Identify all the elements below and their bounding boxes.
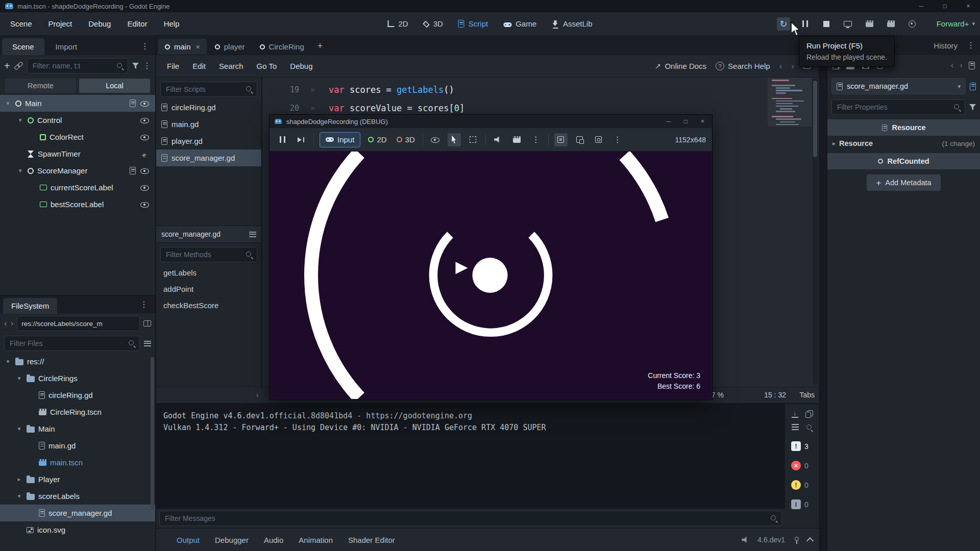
- script-menu-file[interactable]: File: [161, 59, 185, 73]
- dock-menu-icon[interactable]: ⋮: [140, 300, 152, 309]
- fs-row-circlerings[interactable]: ▾CircleRings: [0, 370, 155, 387]
- embed-game-button[interactable]: [554, 133, 568, 146]
- file-filter-input[interactable]: [4, 336, 140, 351]
- category-refcounted[interactable]: RefCounted: [827, 153, 980, 169]
- collapse-icon[interactable]: ▾: [15, 493, 23, 499]
- tab-scene[interactable]: Scene: [2, 38, 44, 55]
- muted-speaker-icon[interactable]: [742, 537, 749, 543]
- tab-shader-editor[interactable]: Shader Editor: [348, 536, 395, 544]
- code-minimap[interactable]: [772, 80, 807, 127]
- maximize-icon[interactable]: □: [684, 118, 688, 125]
- embed-options-button[interactable]: ⋮: [611, 133, 624, 146]
- scene-tree-menu-icon[interactable]: ⋮: [143, 62, 151, 70]
- close-button[interactable]: ×: [957, 0, 980, 12]
- mute-game-button[interactable]: [492, 133, 505, 146]
- camera-3d-button[interactable]: 3D: [395, 135, 417, 144]
- instantiate-scene-button[interactable]: [14, 62, 23, 70]
- visibility-icon[interactable]: [140, 116, 149, 124]
- scene-filter-input[interactable]: [27, 58, 128, 73]
- menu-debug[interactable]: Debug: [82, 16, 117, 31]
- tree-row-spawntimer[interactable]: SpawnTimer: [0, 145, 155, 162]
- visibility-icon[interactable]: [140, 99, 149, 107]
- game-debug-window[interactable]: shapdeDodgeRecording (DEBUG) ─ □ × Input…: [269, 114, 713, 400]
- local-tab[interactable]: Local: [79, 79, 150, 93]
- split-view-icon[interactable]: [143, 320, 151, 327]
- fs-row-scorelabels-folder[interactable]: ▾scoreLabels: [0, 488, 155, 505]
- history-back-icon[interactable]: ‹: [4, 318, 7, 329]
- game-viewport[interactable]: Current Score: 3 Best Score: 6: [270, 152, 712, 399]
- camera-2d-button[interactable]: 2D: [366, 135, 388, 144]
- tree-row-colorrect[interactable]: ColorRect: [0, 129, 155, 145]
- edited-resource-selector[interactable]: score_manager.gd ▾: [831, 78, 966, 94]
- add-node-button[interactable]: +: [4, 61, 10, 71]
- fs-row-main-folder[interactable]: ▾Main: [0, 420, 155, 437]
- dock-menu-icon[interactable]: ⋮: [141, 41, 153, 55]
- script-menu-edit[interactable]: Edit: [187, 59, 211, 73]
- dock-splitter[interactable]: [819, 36, 826, 551]
- fs-row-circlering-gd[interactable]: circleRing.gd: [0, 387, 155, 404]
- renderer-selector[interactable]: Forward+▾: [937, 19, 975, 28]
- code-scrollbar[interactable]: [813, 79, 818, 385]
- collapse-icon[interactable]: ▾: [16, 167, 24, 174]
- signal-connections-icon[interactable]: [140, 149, 149, 158]
- method-item-getlabels[interactable]: getLabels: [156, 264, 261, 281]
- tree-row-currentscorelabel[interactable]: currentScoreLabel: [0, 179, 155, 196]
- menu-editor[interactable]: Editor: [121, 16, 153, 31]
- tab-output[interactable]: Output: [177, 536, 200, 544]
- save-output-icon[interactable]: [792, 410, 798, 418]
- warning-messages-filter[interactable]: ! 0: [786, 480, 819, 490]
- close-tab-icon[interactable]: ×: [196, 43, 200, 51]
- workspace-assetlib[interactable]: AssetLib: [552, 19, 593, 28]
- visibility-icon[interactable]: [140, 133, 149, 141]
- menu-scene[interactable]: Scene: [4, 16, 38, 31]
- script-item-circlering[interactable]: circleRing.gd: [156, 99, 261, 116]
- maximize-button[interactable]: □: [933, 0, 957, 12]
- script-back-icon[interactable]: ‹: [779, 61, 782, 71]
- dock-menu-icon[interactable]: ⋮: [967, 41, 975, 49]
- all-messages-filter[interactable]: ! 3: [786, 441, 819, 451]
- tree-row-control[interactable]: ▾ Control: [0, 112, 155, 129]
- zoom-indicator[interactable]: 7 %: [712, 391, 724, 399]
- open-docs-icon[interactable]: [970, 83, 976, 90]
- visibility-icon[interactable]: [140, 184, 149, 191]
- select-rect-button[interactable]: [467, 133, 480, 146]
- next-frame-button[interactable]: [295, 133, 308, 146]
- scene-tab-player[interactable]: player: [208, 39, 252, 55]
- script-item-main[interactable]: main.gd: [156, 116, 261, 133]
- game-menu-button[interactable]: ⋮: [529, 133, 543, 146]
- run-project-button[interactable]: ↻: [777, 17, 790, 31]
- keep-aspect-button[interactable]: [573, 133, 586, 146]
- input-mode-button[interactable]: Input: [320, 132, 360, 147]
- sort-methods-icon[interactable]: [249, 232, 256, 237]
- collapse-icon[interactable]: ▾: [4, 100, 12, 107]
- screenshot-button[interactable]: [510, 133, 524, 146]
- object-history-icon[interactable]: [969, 62, 975, 69]
- collapse-duplicates-icon[interactable]: [792, 424, 799, 430]
- run-current-scene-button[interactable]: [863, 17, 876, 31]
- output-console[interactable]: Godot Engine v4.6.dev1.official.8d8041bd…: [156, 404, 785, 509]
- section-resource[interactable]: ▸ Resource (1 change): [827, 136, 980, 151]
- script-menu-search[interactable]: Search: [213, 59, 249, 73]
- tab-animation[interactable]: Animation: [299, 536, 333, 544]
- menu-help[interactable]: Help: [158, 16, 186, 31]
- collapse-icon[interactable]: ▾: [4, 358, 12, 365]
- suspend-button[interactable]: [276, 133, 289, 146]
- movie-maker-button[interactable]: [884, 17, 897, 31]
- minimize-button[interactable]: ─: [910, 0, 933, 12]
- fs-row-player-folder[interactable]: ▸Player: [0, 471, 155, 488]
- sort-files-icon[interactable]: [144, 341, 151, 346]
- minimize-icon[interactable]: ─: [666, 118, 671, 125]
- fullscreen-button[interactable]: [592, 133, 605, 146]
- method-item-addpoint[interactable]: addPoint: [156, 281, 261, 297]
- filter-options-icon[interactable]: [132, 63, 139, 69]
- fs-row-circlering-tscn[interactable]: CircleRing.tscn: [0, 404, 155, 420]
- error-messages-filter[interactable]: × 0: [786, 461, 819, 470]
- inspector-forward-icon[interactable]: ›: [960, 60, 963, 70]
- tab-audio[interactable]: Audio: [264, 536, 283, 544]
- run-instances-button[interactable]: [905, 17, 919, 31]
- pin-panel-icon[interactable]: [793, 536, 799, 544]
- workspace-3d[interactable]: 3D: [424, 19, 443, 28]
- script-item-player[interactable]: player.gd: [156, 133, 261, 149]
- copy-output-icon[interactable]: [805, 410, 813, 417]
- menu-project[interactable]: Project: [42, 16, 79, 31]
